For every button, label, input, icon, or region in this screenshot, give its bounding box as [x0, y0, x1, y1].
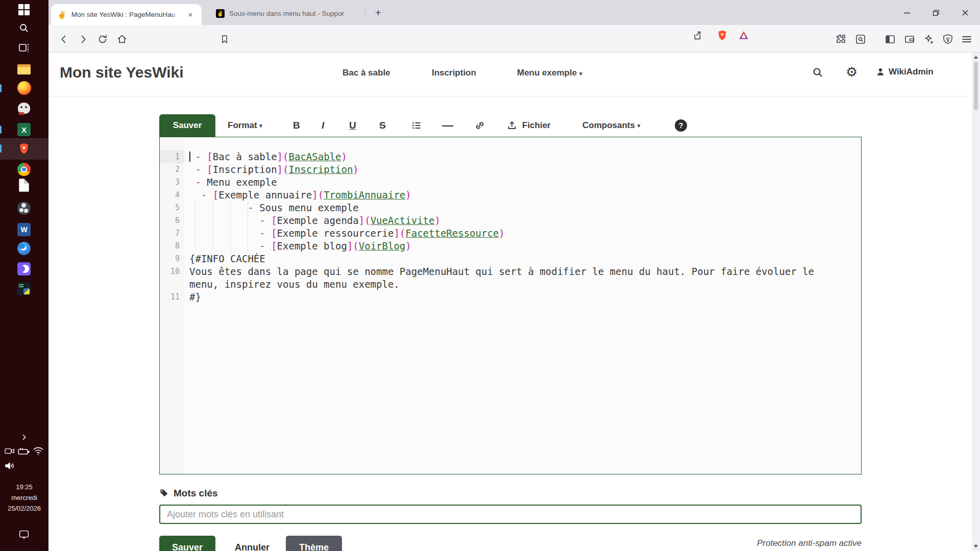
menu-hamburger-icon[interactable]: [961, 33, 973, 45]
code-line[interactable]: 4 - [Exemple annuaire](TrombiAnnuaire): [160, 189, 861, 202]
code-line[interactable]: 8 - [Exemple blog](VoirBlog): [160, 240, 861, 253]
tab-active[interactable]: ✌ Mon site YesWiki : PageMenuHau ×: [51, 4, 202, 25]
yeswiki-favicon: ✌: [57, 10, 67, 19]
italic-button[interactable]: I: [322, 114, 324, 137]
line-number: 5: [160, 202, 184, 214]
chrome-icon[interactable]: [17, 162, 31, 177]
nav-inscription[interactable]: Inscription: [432, 68, 476, 78]
tab-inactive[interactable]: ✌ Sous-menu dans menu haut - Suppor: [213, 6, 361, 21]
line-number: [160, 278, 184, 291]
tab-bar: ✌ Mon site YesWiki : PageMenuHau × ✌ Sou…: [48, 0, 980, 25]
word-icon[interactable]: W: [17, 222, 31, 237]
taskbar-clock[interactable]: 19:25 mercredi 25/02/2026: [0, 482, 48, 514]
thunderbird-icon[interactable]: [17, 241, 31, 256]
nav-menu-exemple[interactable]: Menu exemple ▾: [517, 68, 582, 78]
cancel-button[interactable]: Annuler: [226, 536, 278, 551]
firefox-icon[interactable]: [17, 81, 31, 95]
action-center-icon[interactable]: [17, 528, 31, 542]
theme-button[interactable]: Thème: [286, 536, 342, 551]
tray-expand-chevron-icon[interactable]: [17, 430, 31, 444]
code-line[interactable]: menu, inspirez vous du menu exemple.: [160, 278, 861, 291]
code-line[interactable]: 9{#INFO CACHÉE: [160, 253, 861, 265]
chevron-down-icon: ▾: [579, 70, 582, 77]
horizontal-rule-button[interactable]: —: [442, 114, 453, 137]
restore-button[interactable]: [925, 5, 946, 20]
minimize-button[interactable]: [897, 5, 917, 20]
keywords-input[interactable]: [159, 505, 862, 524]
user-menu[interactable]: WikiAdmin: [875, 67, 934, 77]
back-icon[interactable]: [58, 33, 70, 45]
excel-icon[interactable]: X: [17, 122, 31, 137]
line-number: 11: [160, 291, 184, 304]
components-dropdown[interactable]: Composants ▾: [582, 114, 640, 137]
scroll-down-arrow[interactable]: [974, 545, 978, 548]
code-line[interactable]: 3 - Menu exemple: [160, 176, 861, 189]
tab-close-icon[interactable]: ×: [185, 10, 195, 20]
new-tab-button[interactable]: +: [371, 6, 386, 21]
code-line[interactable]: 5 - Sous menu exemple: [160, 202, 861, 214]
bullet-list-icon[interactable]: [410, 114, 423, 137]
find-in-page-icon[interactable]: [854, 33, 867, 45]
save-button[interactable]: Sauver: [159, 536, 215, 551]
sidebar-toggle-icon[interactable]: [884, 33, 896, 45]
code-text: Vous êtes dans la page qui se nomme Page…: [184, 265, 814, 278]
windows-taskbar: X W 19:25 mercredi 25/02/2026: [0, 0, 48, 551]
wifi-tray-icon[interactable]: [32, 446, 44, 456]
code-line[interactable]: 7 - [Exemple ressourcerie](FacetteRessou…: [160, 227, 861, 240]
strikethrough-button[interactable]: S: [379, 114, 386, 137]
code-line[interactable]: 10Vous êtes dans la page qui se nomme Pa…: [160, 265, 861, 278]
brave-rewards-icon[interactable]: [738, 29, 750, 41]
reload-icon[interactable]: [96, 33, 109, 45]
code-line[interactable]: 2 - [Inscription](Inscription): [160, 163, 861, 176]
gimp-icon[interactable]: [17, 101, 31, 115]
taskbar-search-icon[interactable]: [17, 21, 31, 35]
nav-bac-a-sable[interactable]: Bac à sable: [342, 68, 390, 78]
text-cursor: [189, 152, 190, 162]
underline-button[interactable]: U: [349, 114, 356, 137]
close-window-button[interactable]: [955, 5, 975, 20]
wiki-gear-icon[interactable]: ⚙: [846, 64, 857, 80]
libreoffice-icon[interactable]: [17, 178, 31, 192]
home-icon[interactable]: [116, 33, 128, 45]
clock-day: mercredi: [0, 492, 48, 503]
bold-button[interactable]: B: [293, 114, 300, 137]
clock-date: 25/02/2026: [0, 503, 48, 514]
vpn-shield-icon[interactable]: [942, 33, 954, 45]
site-title[interactable]: Mon site YesWiki: [60, 64, 184, 81]
battery-tray-icon[interactable]: [17, 447, 31, 456]
page-scrollbar: [972, 53, 980, 551]
start-menu-icon[interactable]: [17, 3, 31, 17]
code-line[interactable]: 1 - [Bac à sable](BacASable): [160, 151, 861, 163]
save-tab-button[interactable]: Sauver: [159, 114, 215, 137]
bookmark-icon[interactable]: [218, 33, 231, 45]
code-editor[interactable]: 1 - [Bac à sable](BacASable)2 - [Inscrip…: [159, 137, 862, 474]
screen-share-tray-icon[interactable]: [4, 447, 15, 456]
link-icon[interactable]: [474, 114, 486, 137]
brave-shields-icon[interactable]: [716, 29, 728, 41]
scrollbar-thumb[interactable]: [974, 62, 978, 110]
file-explorer-icon[interactable]: [17, 62, 31, 77]
obs-icon[interactable]: [17, 201, 31, 215]
scroll-up-arrow[interactable]: [974, 56, 978, 59]
forward-icon[interactable]: [77, 33, 89, 45]
wallet-icon[interactable]: [903, 33, 916, 45]
loop-app-icon[interactable]: [17, 262, 31, 276]
user-icon: [875, 67, 886, 77]
share-icon[interactable]: [691, 29, 703, 41]
code-line[interactable]: 6 - [Exemple agenda](VueActivite): [160, 214, 861, 227]
leo-ai-sparkle-icon[interactable]: [923, 33, 935, 45]
help-button[interactable]: ?: [675, 114, 687, 137]
python-terminal-icon[interactable]: [17, 282, 31, 296]
code-text: - [Inscription](Inscription): [184, 163, 359, 176]
task-view-icon[interactable]: [17, 41, 31, 55]
firefox-running-indicator: [0, 84, 2, 92]
brave-taskbar-icon[interactable]: [17, 141, 31, 156]
code-line[interactable]: 11#}: [160, 291, 861, 304]
extensions-puzzle-icon[interactable]: [835, 33, 847, 45]
browser-toolbar: terdura.fr/?PageMenuHaut/edit: [48, 25, 980, 53]
file-upload-button[interactable]: Fichier: [506, 114, 551, 137]
wiki-search-icon[interactable]: [812, 66, 824, 79]
format-dropdown[interactable]: Format ▾: [228, 114, 262, 137]
line-number: 7: [160, 227, 184, 240]
volume-tray-icon[interactable]: [4, 461, 17, 471]
